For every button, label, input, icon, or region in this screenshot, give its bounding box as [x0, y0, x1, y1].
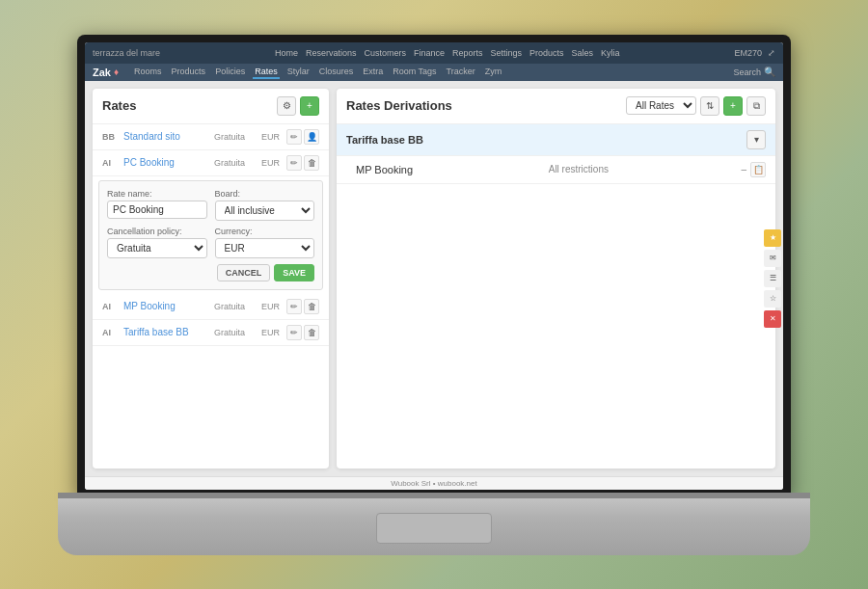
form-group-cancellation: Cancellation policy: Gratuita Non refund…	[107, 227, 207, 258]
form-row-1: Rate name: Board: All inclusive Bed & Br…	[107, 189, 314, 221]
nav-reports[interactable]: Reports	[452, 48, 483, 58]
nav-settings[interactable]: Settings	[491, 48, 523, 58]
cancel-button[interactable]: CANCEL	[217, 264, 271, 281]
rates-header-actions: ⚙ +	[277, 96, 319, 116]
nav-closures[interactable]: Closures	[317, 66, 356, 79]
laptop-hinge	[58, 493, 810, 498]
side-icon-list[interactable]: ☰	[764, 270, 781, 287]
settings-button[interactable]: ⚙	[277, 96, 296, 116]
edit-rate-button[interactable]: ✏	[286, 129, 302, 145]
rate-actions: ✏ 👤	[286, 129, 319, 145]
filter-select[interactable]: All Rates BB AI	[626, 96, 696, 115]
trash-icon: 🗑	[308, 158, 316, 168]
nav-home[interactable]: Home	[275, 48, 298, 58]
top-nav-links: Home Reservations Customers Finance Repo…	[275, 48, 620, 58]
delete-tariffa-button[interactable]: 🗑	[304, 325, 319, 340]
nav-rates[interactable]: Rates	[253, 66, 280, 79]
nav-room-tags[interactable]: Room Tags	[391, 66, 438, 79]
rate-policy-pc: Gratuita	[214, 158, 258, 168]
delete-mp-button[interactable]: 🗑	[304, 299, 319, 314]
pencil-icon: ✏	[290, 328, 298, 337]
nav-products[interactable]: Products	[529, 48, 564, 58]
dash-icon: –	[741, 164, 746, 174]
rates-panel: Rates ⚙ + BB Standard si	[93, 89, 329, 469]
copy-icon: ⧉	[753, 100, 760, 112]
top-navigation: terrazza del mare Home Reservations Cust…	[85, 42, 783, 64]
cancellation-select[interactable]: Gratuita Non refundable Flexible	[107, 238, 207, 258]
nav-rooms[interactable]: Rooms	[132, 66, 164, 79]
rate-name-mp[interactable]: MP Booking	[123, 301, 210, 311]
derivation-sub-name[interactable]: MP Booking	[356, 164, 549, 175]
nav-reservations[interactable]: Reservations	[306, 48, 357, 58]
nav-stylar[interactable]: Stylar	[285, 66, 312, 79]
form-group-board: Board: All inclusive Bed & Breakfast Hal…	[215, 189, 315, 221]
rate-currency-mp: EUR	[261, 302, 283, 311]
derivation-sub-restriction: All restrictions	[549, 164, 742, 174]
add-rate-button[interactable]: +	[300, 96, 319, 116]
rate-name-pc[interactable]: PC Booking	[123, 157, 210, 168]
search-icon[interactable]: 🔍	[764, 67, 775, 77]
form-actions: CANCEL SAVE	[107, 264, 314, 281]
rate-policy-tariffa: Gratuita	[214, 328, 258, 337]
rates-header: Rates ⚙ +	[93, 89, 329, 124]
rate-actions-mp: ✏ 🗑	[286, 299, 319, 314]
board-select[interactable]: All inclusive Bed & Breakfast Half Board…	[215, 201, 315, 221]
form-group-currency: Currency: EUR USD GBP	[215, 227, 315, 258]
copy-derivation-button[interactable]: ⧉	[746, 96, 766, 116]
edit-tariffa-button[interactable]: ✏	[286, 325, 302, 340]
plus-icon: 📋	[753, 165, 764, 174]
side-icon-x[interactable]: ✕	[764, 310, 781, 328]
side-icons-panel: ★ ✉ ☰ ☆ ✕	[764, 229, 781, 328]
side-icon-star[interactable]: ★	[764, 229, 781, 247]
rate-name-standard[interactable]: Standard sito	[123, 131, 210, 142]
edit-pc-button[interactable]: ✏	[286, 155, 302, 171]
brand-name: terrazza del mare	[93, 48, 160, 58]
chevron-down-icon: ▾	[754, 134, 759, 145]
nav-zym[interactable]: Zym	[483, 66, 504, 79]
rate-row-mp: AI MP Booking Gratuita EUR ✏ 🗑	[93, 294, 329, 320]
nav-finance[interactable]: Finance	[414, 48, 445, 58]
derivation-item-tariffa[interactable]: Tariffa base BB ▾	[337, 124, 775, 156]
rate-actions-tariffa: ✏ 🗑	[286, 325, 319, 340]
nav-sales[interactable]: Sales	[572, 48, 594, 58]
rate-tag-ai: AI	[102, 158, 120, 168]
nav-extra[interactable]: Extra	[361, 66, 385, 79]
edit-mp-button[interactable]: ✏	[286, 299, 302, 314]
delete-pc-button[interactable]: 🗑	[304, 155, 319, 171]
currency-select[interactable]: EUR USD GBP	[215, 238, 315, 258]
cancellation-label: Cancellation policy:	[107, 227, 207, 236]
secondary-navigation: Zak ♦ Rooms Products Policies Rates Styl…	[85, 64, 783, 81]
expand-icon[interactable]: ⤢	[768, 48, 775, 58]
board-label: Board:	[215, 189, 315, 199]
save-button[interactable]: SAVE	[274, 264, 314, 281]
add-sub-button[interactable]: 📋	[750, 162, 766, 177]
nav-customers[interactable]: Customers	[364, 48, 406, 58]
rate-actions-pc: ✏ 🗑	[286, 155, 319, 171]
derivation-sub-item: MP Booking All restrictions – 📋	[337, 156, 775, 184]
side-icon-bookmark[interactable]: ☆	[764, 290, 781, 308]
rate-tag: BB	[102, 132, 120, 142]
derivation-expand-button[interactable]: ▾	[746, 130, 766, 149]
rate-policy-mp: Gratuita	[214, 302, 258, 311]
user-code: EM270	[734, 48, 762, 58]
footer-bar: Wubook Srl • wubook.net	[85, 476, 783, 490]
currency-label: Currency:	[215, 227, 315, 236]
form-group-name: Rate name:	[107, 189, 207, 221]
person-rate-button[interactable]: 👤	[304, 129, 319, 145]
search-label[interactable]: Search	[733, 67, 761, 77]
rate-name-input[interactable]	[107, 201, 207, 219]
trash-icon: 🗑	[308, 328, 316, 337]
nav-policies[interactable]: Policies	[213, 66, 247, 79]
nav-products[interactable]: Products	[170, 66, 208, 79]
rate-policy: Gratuita	[214, 132, 258, 142]
logo-area: Zak ♦	[93, 67, 119, 78]
rate-tag-tariffa: AI	[102, 328, 120, 337]
derivations-sort-button[interactable]: ⇅	[700, 96, 719, 116]
laptop-base	[58, 493, 810, 555]
nav-tracker[interactable]: Tracker	[445, 66, 477, 79]
rate-name-tariffa[interactable]: Tariffa base BB	[123, 327, 210, 337]
add-derivation-button[interactable]: +	[723, 96, 743, 116]
nav-kylia[interactable]: Kylia	[601, 48, 620, 58]
rate-tag-mp: AI	[102, 302, 120, 311]
side-icon-mail[interactable]: ✉	[764, 250, 781, 267]
